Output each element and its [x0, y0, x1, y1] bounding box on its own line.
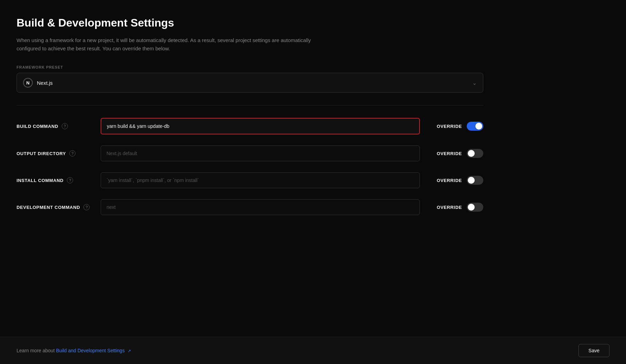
install-command-label: INSTALL COMMAND	[17, 178, 63, 183]
build-command-label: BUILD COMMAND	[17, 124, 58, 129]
development-command-input[interactable]	[101, 199, 420, 215]
output-directory-row: OUTPUT DIRECTORY ? OVERRIDE	[17, 145, 483, 161]
install-command-override-label: OVERRIDE	[437, 178, 462, 183]
framework-preset-label: FRAMEWORK PRESET	[17, 65, 483, 69]
output-directory-toggle[interactable]	[467, 149, 483, 158]
development-command-override-label: OVERRIDE	[437, 205, 462, 210]
output-directory-help-icon[interactable]: ?	[69, 150, 75, 156]
install-command-toggle[interactable]	[467, 176, 483, 185]
footer-text: Learn more about Build and Development S…	[17, 348, 131, 353]
output-directory-override-label: OVERRIDE	[437, 151, 462, 156]
development-command-toggle[interactable]	[467, 203, 483, 212]
save-button[interactable]: Save	[578, 344, 609, 357]
build-command-row: BUILD COMMAND ? OVERRIDE	[17, 118, 483, 134]
build-command-input[interactable]	[101, 118, 420, 134]
framework-name: Next.js	[37, 80, 53, 86]
development-command-row: DEVELOPMENT COMMAND ? OVERRIDE	[17, 199, 483, 215]
framework-preset-select[interactable]: N Next.js ⌄	[17, 73, 483, 93]
nextjs-icon: N	[23, 78, 33, 88]
page-description: When using a framework for a new project…	[17, 36, 327, 53]
chevron-down-icon: ⌄	[472, 80, 477, 86]
install-command-help-icon[interactable]: ?	[67, 177, 73, 183]
build-command-toggle[interactable]	[467, 122, 483, 131]
development-command-label: DEVELOPMENT COMMAND	[17, 205, 80, 210]
external-link-icon: ↗	[128, 348, 131, 353]
development-command-help-icon[interactable]: ?	[83, 204, 90, 210]
footer-link[interactable]: Build and Development Settings ↗	[56, 348, 131, 353]
page-title: Build & Development Settings	[17, 17, 483, 29]
build-command-help-icon[interactable]: ?	[62, 123, 68, 129]
output-directory-label: OUTPUT DIRECTORY	[17, 151, 66, 156]
build-command-override-label: OVERRIDE	[437, 124, 462, 129]
output-directory-input[interactable]	[101, 145, 420, 161]
footer-bar: Learn more about Build and Development S…	[0, 337, 626, 364]
install-command-row: INSTALL COMMAND ? OVERRIDE	[17, 172, 483, 188]
install-command-input[interactable]	[101, 172, 420, 188]
section-divider	[17, 105, 483, 105]
